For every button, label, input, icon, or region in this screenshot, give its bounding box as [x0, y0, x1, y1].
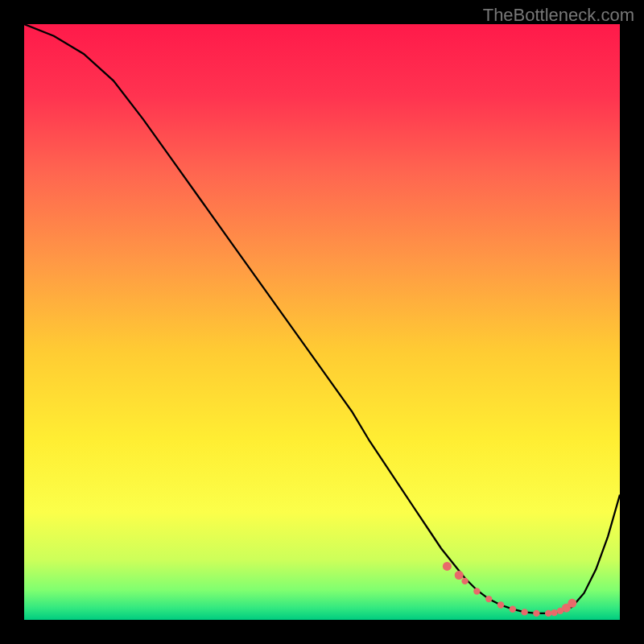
- marker-dot: [455, 571, 464, 580]
- marker-dot: [533, 610, 539, 617]
- marker-dot: [551, 609, 557, 616]
- marker-dot: [545, 610, 551, 617]
- marker-dot: [485, 596, 492, 602]
- marker-dot: [497, 601, 504, 608]
- chart-plot-area: [24, 24, 620, 620]
- marker-dot: [473, 588, 480, 594]
- gradient-background: [24, 24, 620, 620]
- marker-dot: [510, 605, 516, 612]
- marker-dot: [568, 599, 576, 608]
- marker-dot: [521, 609, 527, 615]
- attribution-label: TheBottleneck.com: [483, 5, 634, 26]
- chart-svg: [24, 24, 620, 620]
- marker-dot: [461, 578, 468, 584]
- marker-dot: [443, 562, 452, 571]
